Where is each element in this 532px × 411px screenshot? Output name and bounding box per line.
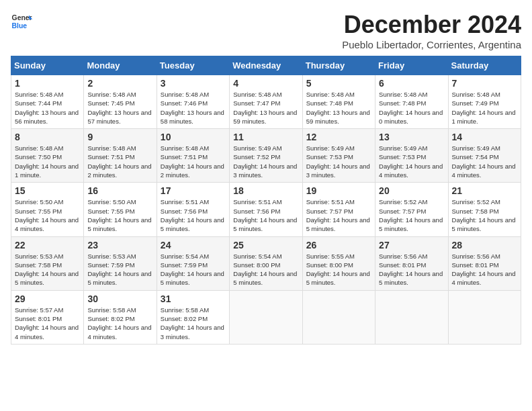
day-number: 31 [161,293,226,304]
day-number: 24 [161,240,226,250]
day-number: 23 [87,240,152,250]
day-number: 6 [379,78,444,89]
day-header-monday: Monday [84,56,157,75]
day-header-sunday: Sunday [11,56,84,75]
day-number: 13 [379,132,444,142]
cell-info: Sunrise: 5:48 AMSunset: 7:48 PMDaylight:… [379,91,443,125]
day-number: 27 [379,240,444,250]
day-number: 12 [306,132,371,142]
calendar-cell: 30Sunrise: 5:58 AMSunset: 8:02 PMDayligh… [84,290,157,344]
cell-info: Sunrise: 5:54 AMSunset: 7:59 PMDaylight:… [161,253,224,287]
day-header-saturday: Saturday [448,56,521,75]
calendar-week-2: 8Sunrise: 5:48 AMSunset: 7:50 PMDaylight… [11,129,521,183]
calendar-cell [448,290,521,344]
day-number: 19 [306,185,371,196]
calendar-week-3: 15Sunrise: 5:50 AMSunset: 7:55 PMDayligh… [11,183,521,236]
calendar-cell: 7Sunrise: 5:48 AMSunset: 7:49 PMDaylight… [448,75,521,129]
calendar-cell: 13Sunrise: 5:49 AMSunset: 7:53 PMDayligh… [375,129,448,183]
cell-info: Sunrise: 5:56 AMSunset: 8:01 PMDaylight:… [452,253,516,287]
calendar-cell: 15Sunrise: 5:50 AMSunset: 7:55 PMDayligh… [11,183,84,236]
cell-info: Sunrise: 5:57 AMSunset: 8:01 PMDaylight:… [15,306,79,340]
cell-info: Sunrise: 5:58 AMSunset: 8:02 PMDaylight:… [87,306,151,340]
calendar-week-4: 22Sunrise: 5:53 AMSunset: 7:58 PMDayligh… [11,236,521,290]
day-number: 8 [15,132,80,142]
calendar-cell: 6Sunrise: 5:48 AMSunset: 7:48 PMDaylight… [375,75,448,129]
calendar-cell: 24Sunrise: 5:54 AMSunset: 7:59 PMDayligh… [157,236,229,290]
cell-info: Sunrise: 5:49 AMSunset: 7:53 PMDaylight:… [306,144,370,179]
day-header-tuesday: Tuesday [157,56,229,75]
day-header-thursday: Thursday [302,56,375,75]
cell-info: Sunrise: 5:51 AMSunset: 7:56 PMDaylight:… [233,198,297,232]
day-number: 29 [15,293,80,304]
calendar-cell: 23Sunrise: 5:53 AMSunset: 7:59 PMDayligh… [84,236,157,290]
calendar-cell [230,290,302,344]
calendar-cell: 26Sunrise: 5:55 AMSunset: 8:00 PMDayligh… [302,236,375,290]
calendar-cell: 17Sunrise: 5:51 AMSunset: 7:56 PMDayligh… [157,183,229,236]
calendar-cell: 25Sunrise: 5:54 AMSunset: 8:00 PMDayligh… [230,236,302,290]
calendar-cell: 9Sunrise: 5:48 AMSunset: 7:51 PMDaylight… [84,129,157,183]
calendar-cell: 14Sunrise: 5:49 AMSunset: 7:54 PMDayligh… [448,129,521,183]
cell-info: Sunrise: 5:50 AMSunset: 7:55 PMDaylight:… [87,198,151,232]
day-number: 14 [452,132,517,142]
calendar-cell: 21Sunrise: 5:52 AMSunset: 7:58 PMDayligh… [448,183,521,236]
day-header-friday: Friday [375,56,448,75]
day-number: 22 [15,240,80,250]
svg-text:Blue: Blue [12,22,28,30]
calendar-cell: 8Sunrise: 5:48 AMSunset: 7:50 PMDaylight… [11,129,84,183]
calendar-cell: 18Sunrise: 5:51 AMSunset: 7:56 PMDayligh… [230,183,302,236]
day-number: 4 [233,78,298,89]
day-number: 30 [87,293,152,304]
calendar-cell: 31Sunrise: 5:58 AMSunset: 8:02 PMDayligh… [157,290,229,344]
calendar-cell: 3Sunrise: 5:48 AMSunset: 7:46 PMDaylight… [157,75,229,129]
subtitle: Pueblo Libertador, Corrientes, Argentina [342,39,521,50]
cell-info: Sunrise: 5:48 AMSunset: 7:46 PMDaylight:… [161,91,224,125]
calendar-cell: 28Sunrise: 5:56 AMSunset: 8:01 PMDayligh… [448,236,521,290]
calendar-cell: 16Sunrise: 5:50 AMSunset: 7:55 PMDayligh… [84,183,157,236]
logo-icon: General Blue [11,11,32,32]
day-number: 7 [452,78,517,89]
cell-info: Sunrise: 5:52 AMSunset: 7:57 PMDaylight:… [379,198,443,232]
day-header-wednesday: Wednesday [230,56,302,75]
cell-info: Sunrise: 5:53 AMSunset: 7:58 PMDaylight:… [15,253,79,287]
day-number: 15 [15,185,80,196]
cell-info: Sunrise: 5:52 AMSunset: 7:58 PMDaylight:… [452,198,516,232]
title-area: December 2024 Pueblo Libertador, Corrien… [342,11,521,50]
calendar-cell: 22Sunrise: 5:53 AMSunset: 7:58 PMDayligh… [11,236,84,290]
cell-info: Sunrise: 5:49 AMSunset: 7:54 PMDaylight:… [452,144,516,179]
day-number: 21 [452,185,517,196]
cell-info: Sunrise: 5:48 AMSunset: 7:48 PMDaylight:… [306,91,370,125]
calendar-cell: 20Sunrise: 5:52 AMSunset: 7:57 PMDayligh… [375,183,448,236]
cell-info: Sunrise: 5:49 AMSunset: 7:52 PMDaylight:… [233,144,297,179]
cell-info: Sunrise: 5:51 AMSunset: 7:56 PMDaylight:… [161,198,224,232]
day-number: 26 [306,240,371,250]
calendar-cell: 10Sunrise: 5:48 AMSunset: 7:51 PMDayligh… [157,129,229,183]
day-number: 18 [233,185,298,196]
cell-info: Sunrise: 5:48 AMSunset: 7:49 PMDaylight:… [452,91,516,125]
day-number: 1 [15,78,80,89]
cell-info: Sunrise: 5:50 AMSunset: 7:55 PMDaylight:… [15,198,79,232]
cell-info: Sunrise: 5:56 AMSunset: 8:01 PMDaylight:… [379,253,443,287]
calendar-cell: 1Sunrise: 5:48 AMSunset: 7:44 PMDaylight… [11,75,84,129]
calendar-cell [375,290,448,344]
cell-info: Sunrise: 5:51 AMSunset: 7:57 PMDaylight:… [306,198,370,232]
cell-info: Sunrise: 5:48 AMSunset: 7:51 PMDaylight:… [87,144,151,179]
calendar-table: SundayMondayTuesdayWednesdayThursdayFrid… [11,56,521,345]
cell-info: Sunrise: 5:54 AMSunset: 8:00 PMDaylight:… [233,253,297,287]
cell-info: Sunrise: 5:48 AMSunset: 7:50 PMDaylight:… [15,144,79,179]
day-number: 28 [452,240,517,250]
cell-info: Sunrise: 5:58 AMSunset: 8:02 PMDaylight:… [161,306,224,340]
cell-info: Sunrise: 5:48 AMSunset: 7:44 PMDaylight:… [15,91,79,125]
calendar-cell: 27Sunrise: 5:56 AMSunset: 8:01 PMDayligh… [375,236,448,290]
cell-info: Sunrise: 5:49 AMSunset: 7:53 PMDaylight:… [379,144,443,179]
calendar-cell: 29Sunrise: 5:57 AMSunset: 8:01 PMDayligh… [11,290,84,344]
month-title: December 2024 [342,11,521,39]
day-number: 5 [306,78,371,89]
calendar-cell: 5Sunrise: 5:48 AMSunset: 7:48 PMDaylight… [302,75,375,129]
header: General Blue December 2024 Pueblo Libert… [11,11,521,50]
cell-info: Sunrise: 5:48 AMSunset: 7:45 PMDaylight:… [87,91,151,125]
calendar-cell: 19Sunrise: 5:51 AMSunset: 7:57 PMDayligh… [302,183,375,236]
calendar-cell [302,290,375,344]
day-number: 3 [161,78,226,89]
day-number: 17 [161,185,226,196]
cell-info: Sunrise: 5:53 AMSunset: 7:59 PMDaylight:… [87,253,151,287]
